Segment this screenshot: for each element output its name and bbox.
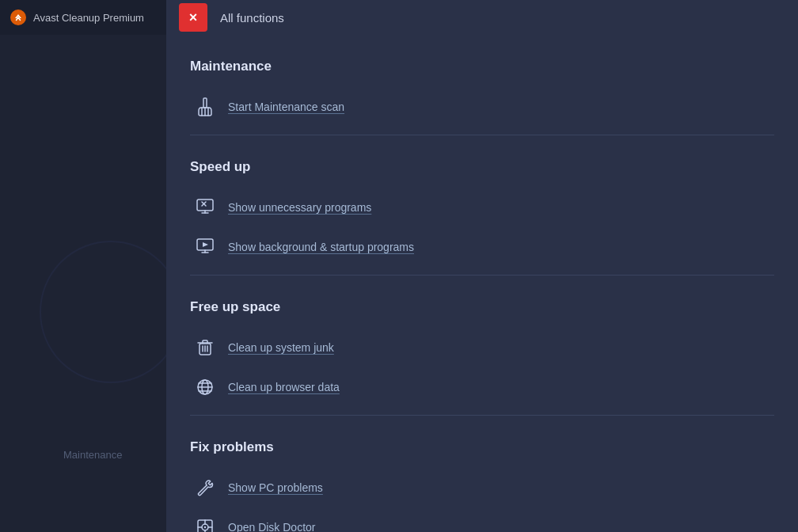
menu-item-show-unnecessary-programs[interactable]: Show unnecessary programs: [190, 188, 774, 227]
app-logo: Avast Cleanup Premium: [10, 9, 144, 26]
divider-speed-up: [190, 275, 774, 276]
monitor-x-icon: [193, 196, 217, 219]
section-fix-problems-title: Fix problems: [190, 431, 774, 455]
svg-marker-20: [203, 242, 208, 247]
section-free-up-space-title: Free up space: [190, 291, 774, 315]
wrench-icon: [193, 476, 217, 500]
menu-item-start-maintenance-scan[interactable]: Start Maintenance scan: [190, 87, 774, 127]
overlay-content: Maintenance Start Maintenance scan Speed…: [166, 35, 798, 532]
open-disk-doctor-label: Open Disk Doctor: [228, 521, 315, 532]
divider-maintenance: [190, 135, 774, 135]
section-fix-problems: Fix problems Show PC problems: [190, 431, 774, 532]
bg-circle: [40, 241, 182, 383]
bg-label: Maintenance: [63, 449, 122, 461]
svg-point-32: [204, 526, 206, 528]
section-free-up-space: Free up space Clean up system junk: [190, 291, 774, 416]
show-unnecessary-programs-label: Show unnecessary programs: [228, 201, 371, 214]
close-icon: ×: [189, 10, 198, 25]
app-title: Avast Cleanup Premium: [33, 12, 144, 24]
close-button[interactable]: ×: [179, 3, 207, 32]
overlay-panel: × All functions Maintenance Start Mainte…: [166, 0, 798, 532]
section-maintenance-title: Maintenance: [190, 51, 774, 74]
divider-free-up-space: [190, 415, 774, 416]
show-pc-problems-label: Show PC problems: [228, 481, 323, 494]
show-background-startup-label: Show background & startup programs: [228, 241, 414, 253]
clean-up-browser-data-label: Clean up browser data: [228, 381, 340, 393]
start-maintenance-scan-label: Start Maintenance scan: [228, 101, 344, 113]
menu-item-show-background-startup[interactable]: Show background & startup programs: [190, 227, 774, 267]
section-maintenance: Maintenance Start Maintenance scan: [190, 51, 774, 135]
section-speed-up: Speed up Show unnecessary programs: [190, 151, 774, 276]
broom-icon: [193, 95, 217, 119]
menu-item-show-pc-problems[interactable]: Show PC problems: [190, 468, 774, 507]
overlay-title: All functions: [220, 11, 284, 25]
menu-item-clean-up-browser-data[interactable]: Clean up browser data: [190, 367, 774, 407]
section-speed-up-title: Speed up: [190, 151, 774, 175]
disk-doctor-icon: [193, 515, 217, 532]
svg-rect-8: [203, 98, 207, 108]
clean-up-system-junk-label: Clean up system junk: [228, 341, 334, 354]
trash-icon: [193, 336, 217, 359]
menu-item-open-disk-doctor[interactable]: Open Disk Doctor: [190, 507, 774, 532]
menu-item-clean-up-system-junk[interactable]: Clean up system junk: [190, 328, 774, 367]
monitor-play-icon: [193, 235, 217, 259]
avast-logo-icon: [10, 9, 27, 26]
overlay-header: × All functions: [166, 0, 798, 35]
globe-icon: [193, 375, 217, 399]
